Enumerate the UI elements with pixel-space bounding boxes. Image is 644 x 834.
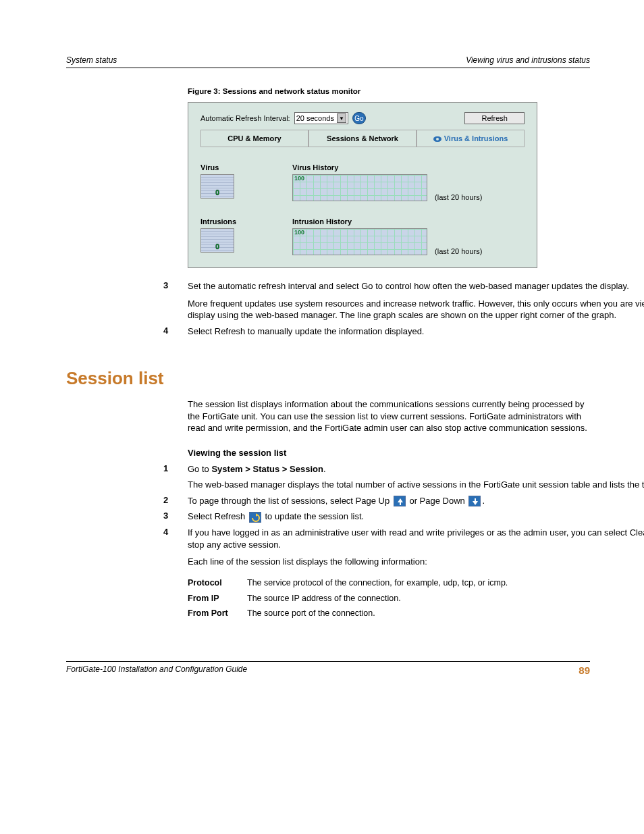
refresh-interval-label: Automatic Refresh Interval: bbox=[200, 114, 290, 122]
tab-virus-intrusions[interactable]: Virus & Intrusions bbox=[417, 130, 525, 147]
chevron-down-icon: ▼ bbox=[337, 113, 346, 123]
intrusions-zero-value: 0 bbox=[201, 243, 234, 251]
go-button[interactable]: Go bbox=[352, 112, 366, 124]
section-heading-session-list: Session list bbox=[66, 368, 590, 389]
step-text: Select Refresh to manually update the in… bbox=[188, 325, 644, 342]
def-key-from-port: From Port bbox=[188, 608, 247, 619]
refresh-interval-dropdown[interactable]: 20 seconds ▼ bbox=[294, 112, 348, 124]
tab-virus-intrusions-label: Virus & Intrusions bbox=[444, 134, 508, 142]
step-number: 2 bbox=[163, 495, 188, 511]
def-key-from-ip: From IP bbox=[188, 593, 247, 604]
virus-label: Virus bbox=[200, 163, 292, 172]
intrusions-label: Intrusions bbox=[200, 217, 292, 226]
page-number: 89 bbox=[579, 664, 590, 676]
virus-history-range: (last 20 hours) bbox=[435, 193, 482, 201]
virus-history-max: 100 bbox=[294, 175, 304, 182]
page-down-icon bbox=[468, 496, 481, 506]
tab-sessions-network[interactable]: Sessions & Network bbox=[308, 130, 417, 147]
virus-mini-chart: 0 bbox=[200, 174, 234, 199]
eye-icon bbox=[433, 136, 441, 142]
step-number: 1 bbox=[163, 463, 188, 495]
def-key-protocol: Protocol bbox=[188, 577, 247, 589]
intrusion-history-max: 100 bbox=[294, 229, 304, 236]
step-number: 3 bbox=[163, 511, 188, 527]
refresh-button[interactable]: Refresh bbox=[464, 112, 525, 124]
refresh-icon bbox=[249, 512, 261, 523]
tab-cpu-memory[interactable]: CPU & Memory bbox=[200, 130, 308, 147]
step-text: If you have logged in as an administrati… bbox=[188, 527, 644, 627]
intrusions-mini-chart: 0 bbox=[200, 228, 234, 253]
monitor-tabs: CPU & Memory Sessions & Network Virus & … bbox=[200, 130, 525, 147]
virus-history-label: Virus History bbox=[292, 163, 525, 172]
def-val-from-port: The source port of the connection. bbox=[247, 608, 644, 619]
step-text: To page through the list of sessions, se… bbox=[188, 495, 644, 511]
virus-history-chart: 100 bbox=[292, 174, 427, 201]
figure-caption: Figure 3: Sessions and network status mo… bbox=[188, 87, 590, 95]
virus-zero-value: 0 bbox=[201, 189, 234, 197]
step-number: 4 bbox=[163, 527, 188, 627]
def-val-protocol: The service protocol of the connection, … bbox=[247, 577, 644, 589]
footer-title: FortiGate-100 Installation and Configura… bbox=[66, 664, 247, 676]
step-text: Select Refresh to update the session lis… bbox=[188, 511, 644, 527]
subheading-viewing-session-list: Viewing the session list bbox=[188, 448, 590, 458]
running-head-left: System status bbox=[66, 55, 117, 65]
intrusion-history-range: (last 20 hours) bbox=[435, 247, 482, 255]
step-number: 3 bbox=[163, 280, 188, 325]
step-text: Go to System > Status > Session. The web… bbox=[188, 463, 644, 495]
step-text: Set the automatic refresh interval and s… bbox=[188, 280, 644, 325]
intrusion-history-label: Intrusion History bbox=[292, 217, 525, 226]
session-fields-table: Protocol The service protocol of the con… bbox=[188, 577, 644, 620]
status-monitor-screenshot: Automatic Refresh Interval: 20 seconds ▼… bbox=[188, 102, 537, 268]
intrusion-history-chart: 100 bbox=[292, 228, 427, 255]
running-head-right: Viewing virus and intrusions status bbox=[466, 55, 590, 65]
step-number: 4 bbox=[163, 325, 188, 342]
intro-paragraph: The session list displays information ab… bbox=[188, 398, 590, 434]
refresh-interval-value: 20 seconds bbox=[296, 114, 334, 122]
def-val-from-ip: The source IP address of the connection. bbox=[247, 593, 644, 604]
page-up-icon bbox=[394, 496, 406, 506]
